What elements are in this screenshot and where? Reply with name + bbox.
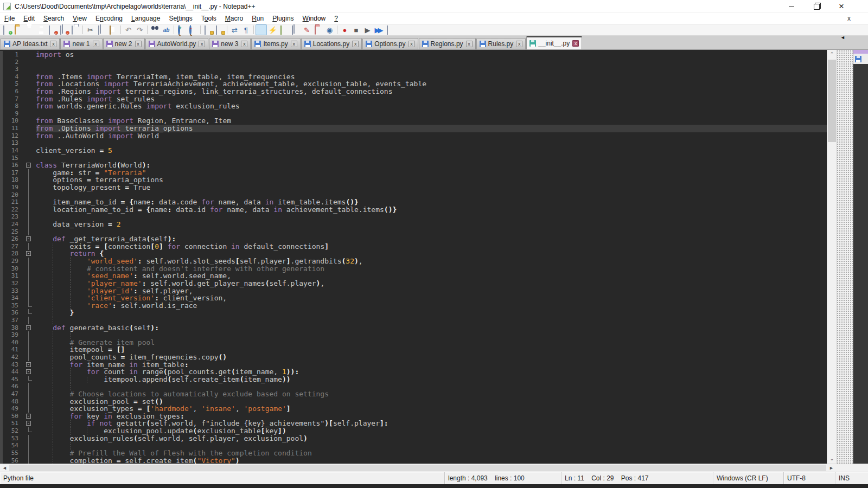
- sync-horizontal-button[interactable]: [214, 24, 225, 35]
- fold-collapse-icon[interactable]: -: [26, 369, 31, 374]
- menu-item-tools[interactable]: Tools: [197, 14, 221, 23]
- fold-collapse-icon[interactable]: -: [26, 362, 31, 367]
- fold-margin[interactable]: -: [22, 250, 36, 258]
- scroll-left-icon[interactable]: ◄: [0, 464, 9, 472]
- horizontal-scrollbar[interactable]: ◄ ►: [0, 464, 868, 472]
- horizontal-scroll-thumb[interactable]: [9, 465, 826, 471]
- macro-stop-button[interactable]: ■: [350, 24, 362, 35]
- menubar-close-icon[interactable]: x: [845, 15, 853, 22]
- panel-splitter[interactable]: [836, 50, 853, 464]
- document-list-button[interactable]: [290, 24, 301, 35]
- cut-button[interactable]: ✂: [85, 24, 96, 35]
- restore-button[interactable]: [804, 0, 829, 13]
- title-bar: C:\Users\Dood\Documents\tmp\Archipelago\…: [0, 0, 868, 13]
- tab-new-2[interactable]: new 2x: [103, 38, 145, 49]
- folder-as-workspace-button[interactable]: [312, 24, 324, 35]
- scroll-down-icon[interactable]: ⌄: [827, 454, 837, 464]
- macro-play-button[interactable]: ▶: [362, 24, 373, 35]
- tab-regions.py[interactable]: Regions.pyx: [419, 38, 476, 49]
- code-area[interactable]: 1import os234from .Items import Terraria…: [0, 50, 827, 464]
- zoom-out-button[interactable]: -: [187, 24, 199, 35]
- tab-items.py[interactable]: Items.pyx: [251, 38, 300, 49]
- menu-item-plugins[interactable]: Plugins: [268, 14, 298, 23]
- save-all-button[interactable]: [35, 24, 47, 35]
- close-all-button[interactable]: -: [58, 24, 69, 35]
- fold-collapse-icon[interactable]: -: [26, 163, 31, 168]
- tab-close-icon[interactable]: x: [241, 41, 247, 47]
- tab-rules.py[interactable]: Rules.pyx: [476, 38, 526, 49]
- zoom-in-button[interactable]: +: [176, 24, 187, 35]
- menu-item-encoding[interactable]: Encoding: [91, 14, 127, 23]
- undo-button[interactable]: ↶: [123, 24, 134, 35]
- menu-item-macro[interactable]: Macro: [221, 14, 247, 23]
- fold-collapse-icon[interactable]: -: [26, 325, 31, 330]
- tab-ap-ideas.txt[interactable]: AP Ideas.txtx: [1, 38, 60, 49]
- close-button[interactable]: -: [47, 24, 58, 35]
- fold-margin[interactable]: -: [22, 368, 36, 376]
- define-language-button[interactable]: ✎: [301, 24, 312, 35]
- tab-close-icon[interactable]: x: [466, 41, 473, 47]
- vertical-scrollbar[interactable]: ⌃ ⌄: [827, 50, 836, 464]
- menu-item-window[interactable]: Window: [298, 14, 330, 23]
- vertical-scroll-thumb[interactable]: [828, 60, 836, 142]
- sync-vertical-button[interactable]: [202, 24, 214, 35]
- replace-button[interactable]: ab: [161, 24, 172, 35]
- redo-button[interactable]: ↷: [134, 24, 145, 35]
- fold-margin[interactable]: -: [22, 361, 36, 369]
- show-all-characters-button[interactable]: ¶: [240, 24, 252, 35]
- minimize-button[interactable]: [779, 0, 804, 13]
- tab-close-icon[interactable]: x: [199, 41, 205, 47]
- fold-margin[interactable]: -: [22, 324, 36, 332]
- fold-margin[interactable]: -: [22, 420, 36, 427]
- open-file-button[interactable]: [12, 24, 24, 35]
- tab-close-icon[interactable]: x: [50, 41, 56, 47]
- fold-margin[interactable]: -: [22, 235, 36, 243]
- menu-item-?[interactable]: ?: [330, 14, 342, 23]
- tab-new-1[interactable]: new 1x: [60, 38, 102, 49]
- fold-margin[interactable]: -: [22, 162, 36, 169]
- fold-collapse-icon[interactable]: -: [26, 421, 31, 426]
- menu-item-view[interactable]: View: [68, 14, 91, 23]
- fold-margin[interactable]: -: [22, 413, 36, 420]
- tab-close-icon[interactable]: x: [409, 41, 415, 47]
- function-list-button[interactable]: ⚡: [267, 24, 278, 35]
- print-button[interactable]: [69, 24, 81, 35]
- macro-run-multiple-button[interactable]: ▶▶: [373, 24, 385, 35]
- tab-locations.py[interactable]: Locations.pyx: [301, 38, 362, 49]
- macro-record-button[interactable]: ●: [339, 24, 350, 35]
- menu-item-settings[interactable]: Settings: [164, 14, 196, 23]
- fold-collapse-icon[interactable]: -: [26, 251, 31, 256]
- tab-options.py[interactable]: Options.pyx: [362, 38, 418, 49]
- tab-new-3[interactable]: new 3x: [209, 38, 251, 49]
- tab-close-icon[interactable]: x: [93, 41, 99, 47]
- word-wrap-button[interactable]: ⇄: [229, 24, 240, 35]
- save-button[interactable]: [24, 24, 35, 35]
- tab-scroll-left-icon[interactable]: ◄: [840, 35, 845, 40]
- paste-button[interactable]: [107, 24, 119, 35]
- fold-collapse-icon[interactable]: -: [26, 414, 31, 419]
- tab-close-icon[interactable]: x: [291, 41, 297, 47]
- scroll-right-icon[interactable]: ►: [827, 464, 836, 472]
- find-button[interactable]: [149, 24, 161, 35]
- editor[interactable]: 1import os234from .Items import Terraria…: [0, 50, 868, 464]
- tab-close-icon[interactable]: x: [135, 41, 142, 47]
- menu-item-search[interactable]: Search: [39, 14, 68, 23]
- document-map-button[interactable]: [278, 24, 290, 35]
- new-file-button[interactable]: +: [1, 24, 12, 35]
- tab-autoworld.py[interactable]: AutoWorld.pyx: [145, 38, 209, 49]
- monitoring-button[interactable]: ◉: [324, 24, 335, 35]
- menu-item-language[interactable]: Language: [127, 14, 164, 23]
- close-button[interactable]: [829, 0, 854, 13]
- copy-button[interactable]: [96, 24, 107, 35]
- indent-guide-button[interactable]: [256, 24, 267, 35]
- fold-collapse-icon[interactable]: -: [26, 236, 31, 241]
- menu-item-edit[interactable]: Edit: [19, 14, 39, 23]
- tab-__init__.py[interactable]: __init__.pyx: [526, 36, 582, 49]
- menu-item-file[interactable]: File: [0, 14, 19, 23]
- macro-save-button[interactable]: [385, 24, 396, 35]
- menu-item-run[interactable]: Run: [247, 14, 268, 23]
- scroll-up-icon[interactable]: ⌃: [827, 50, 837, 59]
- tab-close-icon[interactable]: x: [352, 41, 359, 47]
- tab-close-icon[interactable]: x: [572, 40, 579, 47]
- tab-close-icon[interactable]: x: [516, 41, 522, 47]
